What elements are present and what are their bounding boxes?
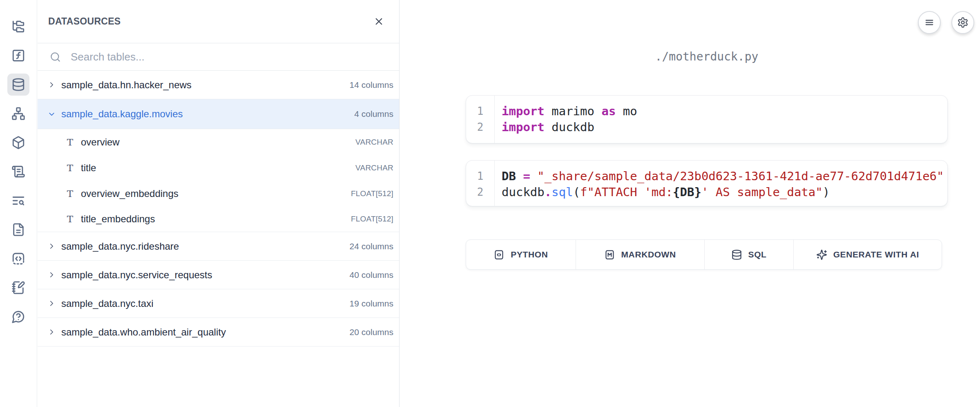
- outputs-panel-icon[interactable]: [7, 248, 29, 270]
- add-markdown-cell-button[interactable]: MARKDOWN: [576, 240, 705, 269]
- line-number: 1: [466, 168, 494, 184]
- column-name: title_embeddings: [81, 213, 155, 225]
- column-type: FLOAT[512]: [351, 189, 393, 198]
- datasources-panel-header: DATASOURCES: [38, 0, 399, 43]
- generate-with-ai-button[interactable]: GENERATE WITH AI: [794, 240, 942, 269]
- table-column-count: 40 columns: [350, 270, 393, 280]
- scratchpad-panel-icon[interactable]: [7, 277, 29, 299]
- column-type: VARCHAR: [355, 163, 393, 172]
- close-icon[interactable]: [373, 16, 384, 27]
- table-name: sample_data.hn.hacker_news: [61, 79, 192, 91]
- button-label: PYTHON: [511, 250, 548, 259]
- table-row[interactable]: sample_data.who.ambient_air_quality 20 c…: [38, 318, 399, 347]
- code-cell: 1 2 import marimo as mo import duckdb: [466, 95, 948, 143]
- line-number: 2: [466, 119, 494, 135]
- line-number: 1: [466, 103, 494, 119]
- table-column-count: 4 columns: [354, 109, 393, 119]
- code-editor[interactable]: import marimo as mo import duckdb: [495, 96, 947, 143]
- add-python-cell-button[interactable]: PYTHON: [466, 240, 576, 269]
- line-number-gutter: 1 2: [466, 96, 495, 143]
- column-row[interactable]: T title_embeddings FLOAT[512]: [38, 206, 399, 232]
- add-cell-toolbar: PYTHON MARKDOWN SQL GENERATE WITH AI: [466, 239, 942, 270]
- table-name: sample_data.nyc.rideshare: [61, 241, 179, 252]
- column-row[interactable]: T overview VARCHAR: [38, 129, 399, 155]
- marimo-notebook-screen: DATASOURCES sample_data.hn.hacker_news 1…: [0, 0, 980, 407]
- search-icon: [50, 51, 61, 63]
- table-row-selected[interactable]: sample_data.kaggle.movies 4 columns: [38, 99, 399, 129]
- table-column-count: 14 columns: [350, 80, 393, 90]
- chevron-right-icon[interactable]: [47, 81, 56, 89]
- button-label: MARKDOWN: [621, 250, 676, 259]
- gear-icon: [957, 17, 969, 28]
- column-name: title: [81, 162, 96, 174]
- logs-panel-icon[interactable]: [7, 161, 29, 183]
- button-label: SQL: [748, 250, 767, 259]
- datasources-panel: DATASOURCES sample_data.hn.hacker_news 1…: [38, 0, 400, 407]
- markdown-square-icon: [604, 249, 615, 260]
- snippets-panel-icon[interactable]: [7, 219, 29, 241]
- packages-panel-icon[interactable]: [7, 132, 29, 154]
- settings-button[interactable]: [951, 11, 974, 34]
- notebook-menu-button[interactable]: [918, 11, 941, 34]
- table-name: sample_data.nyc.service_requests: [61, 269, 212, 281]
- menu-icon: [924, 17, 935, 28]
- text-type-icon: T: [65, 163, 76, 173]
- line-number: 2: [466, 184, 494, 200]
- column-type: VARCHAR: [355, 138, 393, 147]
- functions-panel-icon[interactable]: [7, 45, 29, 67]
- help-chat-icon[interactable]: [7, 306, 29, 328]
- table-name: sample_data.who.ambient_air_quality: [61, 326, 226, 338]
- datasources-panel-icon[interactable]: [7, 74, 29, 96]
- file-explorer-icon[interactable]: [7, 16, 29, 38]
- search-row: [38, 43, 399, 71]
- column-name: overview: [81, 136, 120, 148]
- panel-title: DATASOURCES: [48, 16, 121, 27]
- text-type-icon: T: [65, 188, 76, 199]
- code-editor[interactable]: DB = "_share/sample_data/23b0d623-1361-4…: [495, 161, 947, 206]
- code-square-icon: [493, 249, 505, 260]
- chevron-down-icon[interactable]: [47, 110, 56, 119]
- chevron-right-icon[interactable]: [47, 299, 56, 308]
- table-row[interactable]: sample_data.hn.hacker_news 14 columns: [38, 71, 399, 99]
- table-row[interactable]: sample_data.nyc.taxi 19 columns: [38, 289, 399, 318]
- add-sql-cell-button[interactable]: SQL: [705, 240, 794, 269]
- text-type-icon: T: [65, 214, 76, 224]
- table-name: sample_data.nyc.taxi: [61, 298, 153, 309]
- table-row[interactable]: sample_data.nyc.rideshare 24 columns: [38, 232, 399, 261]
- column-row[interactable]: T title VARCHAR: [38, 155, 399, 181]
- chevron-right-icon[interactable]: [47, 242, 56, 250]
- search-input[interactable]: [70, 50, 389, 64]
- helper-panel-rail: [0, 0, 37, 407]
- line-number-gutter: 1 2: [466, 161, 495, 206]
- table-name: sample_data.kaggle.movies: [61, 108, 183, 120]
- column-type: FLOAT[512]: [351, 215, 393, 224]
- sparkles-icon: [816, 249, 827, 260]
- button-label: GENERATE WITH AI: [833, 250, 919, 259]
- text-type-icon: T: [65, 137, 76, 148]
- documentation-panel-icon[interactable]: [7, 190, 29, 212]
- column-row[interactable]: T overview_embeddings FLOAT[512]: [38, 181, 399, 206]
- table-row[interactable]: sample_data.nyc.service_requests 40 colu…: [38, 261, 399, 289]
- table-column-count: 20 columns: [350, 327, 393, 337]
- table-column-count: 24 columns: [350, 242, 393, 251]
- code-cell: 1 2 DB = "_share/sample_data/23b0d623-13…: [466, 160, 948, 206]
- chevron-right-icon[interactable]: [47, 328, 56, 336]
- database-icon: [731, 249, 742, 260]
- dependencies-panel-icon[interactable]: [7, 103, 29, 125]
- table-column-count: 19 columns: [350, 299, 393, 309]
- chevron-right-icon[interactable]: [47, 271, 56, 279]
- notebook-filename: ./motherduck.py: [466, 50, 948, 63]
- column-name: overview_embeddings: [81, 188, 179, 199]
